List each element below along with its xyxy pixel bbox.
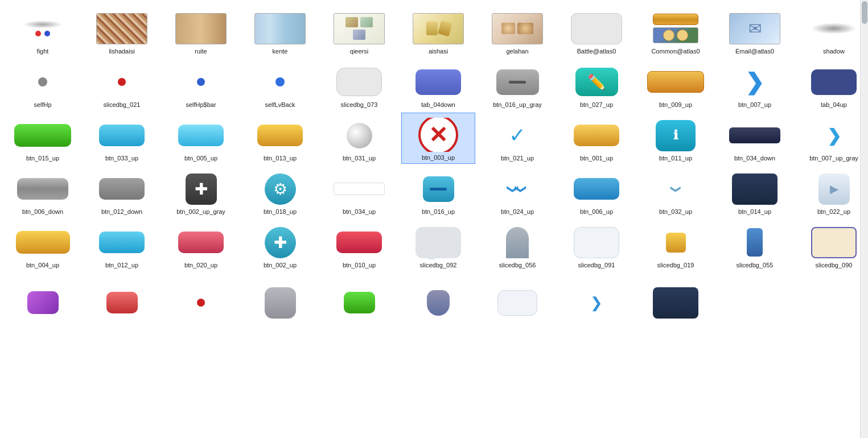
grid-item-partial_1[interactable] [6, 273, 80, 324]
grid-item-btn_006_down[interactable]: btn_006_down [6, 166, 80, 217]
grid-item-btn_012_up[interactable]: btn_012_up [85, 220, 159, 271]
thumb-aishasi [410, 11, 467, 46]
grid-item-btn_007_up[interactable]: ❯ btn_007_up [718, 59, 792, 110]
grid-item-btn_006_up[interactable]: btn_006_up [560, 166, 633, 217]
grid-item-btn_022_up[interactable]: ▶ btn_022_up [797, 166, 868, 217]
grid-item-partial_3[interactable] [164, 273, 238, 324]
grid-item-btn_012_down[interactable]: btn_012_down [85, 166, 159, 217]
thumb-btn_012_up [93, 225, 150, 259]
grid-item-lishadaisi[interactable]: lishadaisi [85, 6, 159, 57]
grid-item-slicedbg_091[interactable]: slicedbg_091 [560, 220, 633, 271]
grid-item-slicedbg_090[interactable]: slicedbg_090 [797, 220, 868, 271]
grid-item-btn_013_up[interactable]: btn_013_up [243, 113, 317, 164]
thumb-btn_014_up [726, 172, 783, 206]
grid-item-btn_003_up[interactable]: ✕ btn_003_up [401, 113, 475, 164]
thumb-partial_7 [489, 286, 546, 320]
thumb-fight [14, 11, 71, 46]
grid-item-btn_015_up[interactable]: btn_015_up [6, 113, 80, 164]
grid-item-btn_014_up[interactable]: btn_014_up [718, 166, 792, 217]
label-selfHp: selfHp [34, 101, 51, 108]
grid-item-slicedbg_073[interactable]: slicedbg_073 [322, 59, 396, 110]
grid-item-partial_8[interactable]: ❯ [560, 273, 633, 324]
grid-item-btn_002_up_gray[interactable]: ✚ btn_002_up_gray [164, 166, 238, 217]
thumb-btn_015_up [14, 118, 71, 152]
grid-item-slicedbg_019[interactable]: slicedbg_019 [639, 220, 713, 271]
grid-item-battle[interactable]: Battle@atlas0 [560, 6, 633, 57]
grid-item-selfHpbar[interactable]: selfHp$bar [164, 59, 238, 110]
label-btn_012_up: btn_012_up [105, 262, 138, 268]
grid-item-kente[interactable]: kente [243, 6, 317, 57]
grid-item-btn_016_up[interactable]: btn_016_up [401, 166, 475, 217]
grid-item-aishasi[interactable]: aishasi [401, 6, 475, 57]
grid-item-common[interactable]: Common@atlas0 [639, 6, 713, 57]
label-kente: kente [273, 48, 288, 55]
grid-item-ruite[interactable]: ruite [164, 6, 238, 57]
grid-item-slicedbg_056[interactable]: slicedbg_056 [480, 220, 554, 271]
grid-item-slicedbg_092[interactable]: slicedbg_092 [401, 220, 475, 271]
grid-item-fight[interactable]: fight [6, 6, 80, 57]
grid-item-btn_021_up[interactable]: ✓ btn_021_up [480, 113, 554, 164]
thumb-shadow [805, 11, 862, 46]
thumb-slicedbg_092 [410, 225, 467, 259]
grid-item-email[interactable]: ✉ Email@atlas0 [718, 6, 792, 57]
thumb-btn_024_up: ❯❯ [489, 172, 546, 206]
grid-item-btn_002_up[interactable]: ✚ btn_002_up [243, 220, 317, 271]
grid-item-partial_6[interactable] [401, 273, 475, 324]
grid-item-btn_020_up[interactable]: btn_020_up [164, 220, 238, 271]
thumb-selfLvBack [252, 65, 308, 99]
grid-item-btn_007_up_gray[interactable]: ❯ btn_007_up_gray [797, 113, 868, 164]
scrollbar[interactable] [860, 0, 868, 330]
label-btn_004_up: btn_004_up [26, 262, 59, 268]
grid-item-partial_9[interactable] [639, 273, 713, 324]
grid-item-btn_005_up[interactable]: btn_005_up [164, 113, 238, 164]
label-btn_002_up_gray: btn_002_up_gray [176, 208, 225, 215]
grid-item-btn_034_up[interactable]: btn_034_up [322, 166, 396, 217]
grid-item-partial_2[interactable] [85, 273, 159, 324]
grid-item-btn_033_up[interactable]: btn_033_up [85, 113, 159, 164]
thumb-btn_013_up [252, 118, 308, 152]
label-slicedbg_056: slicedbg_056 [499, 262, 536, 268]
label-selfLvBack: selfLvBack [265, 101, 295, 108]
grid-item-partial_7[interactable] [480, 273, 554, 324]
grid-item-partial_5[interactable] [322, 273, 396, 324]
label-gelahan: gelahan [506, 48, 528, 55]
label-lishadaisi: lishadaisi [109, 48, 134, 55]
thumb-slicedbg_021 [93, 65, 150, 99]
thumb-battle [568, 11, 625, 46]
thumb-btn_020_up [172, 225, 229, 259]
grid-item-slicedbg_021[interactable]: slicedbg_021 [85, 59, 159, 110]
thumb-btn_032_up: ❯ [647, 172, 704, 206]
grid-item-selfHp[interactable]: selfHp [6, 59, 80, 110]
thumb-lishadaisi [93, 11, 150, 46]
grid-item-btn_024_up[interactable]: ❯❯ btn_024_up [480, 166, 554, 217]
grid-item-btn_032_up[interactable]: ❯ btn_032_up [639, 166, 713, 217]
scrollbar-thumb[interactable] [862, 1, 867, 24]
thumb-selfHp [14, 65, 71, 99]
grid-item-btn_010_up[interactable]: btn_010_up [322, 220, 396, 271]
label-ruite: ruite [195, 48, 207, 55]
grid-item-partial_4[interactable] [243, 273, 317, 324]
thumb-partial_2 [93, 286, 150, 320]
grid-item-btn_031_up[interactable]: btn_031_up [322, 113, 396, 164]
grid-item-btn_001_up[interactable]: btn_001_up [560, 113, 633, 164]
grid-item-slicedbg_055[interactable]: slicedbg_055 [718, 220, 792, 271]
grid-item-btn_011_up[interactable]: ℹ btn_011_up [639, 113, 713, 164]
grid-item-btn_016_up_gray[interactable]: btn_016_up_gray [480, 59, 554, 110]
label-btn_033_up: btn_033_up [105, 155, 138, 162]
thumb-btn_005_up [172, 118, 229, 152]
grid-item-shadow[interactable]: shadow [797, 6, 868, 57]
grid-item-tab_04up[interactable]: tab_04up [797, 59, 868, 110]
grid-item-selfLvBack[interactable]: selfLvBack [243, 59, 317, 110]
grid-item-gelahan[interactable]: gelahan [480, 6, 554, 57]
label-tab_04up: tab_04up [821, 101, 847, 108]
grid-item-btn_027_up[interactable]: ✏️ btn_027_up [560, 59, 633, 110]
thumb-btn_002_up: ✚ [252, 225, 308, 259]
grid-item-qieersi[interactable]: qieersi [322, 6, 396, 57]
grid-item-tab_04down[interactable]: tab_04down [401, 59, 475, 110]
grid-item-btn_034_down[interactable]: btn_034_down [718, 113, 792, 164]
label-btn_001_up: btn_001_up [580, 155, 613, 162]
grid-item-btn_009_up[interactable]: btn_009_up [639, 59, 713, 110]
grid-item-btn_004_up[interactable]: btn_004_up [6, 220, 80, 271]
grid-item-btn_018_up[interactable]: ⚙ btn_018_up [243, 166, 317, 217]
thumb-btn_021_up: ✓ [489, 118, 546, 152]
